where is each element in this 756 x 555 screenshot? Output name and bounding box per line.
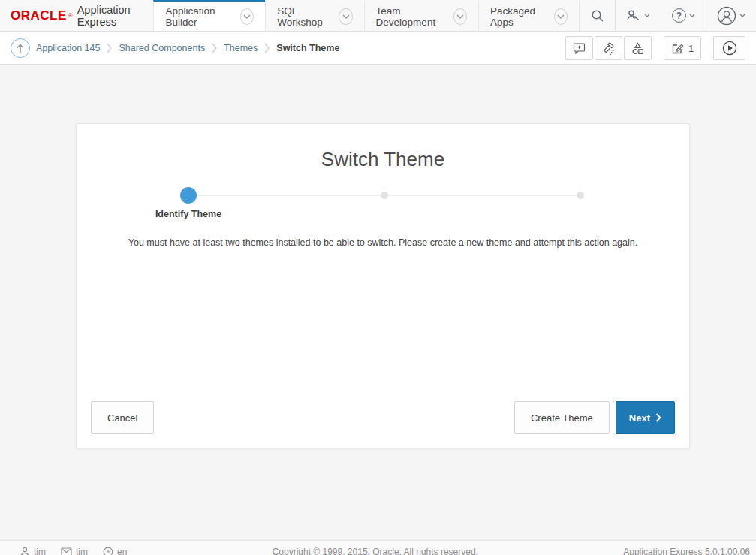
run-icon <box>722 41 737 56</box>
tab-team-development[interactable]: Team Development <box>364 0 478 31</box>
tab-label: SQL Workshop <box>277 5 332 28</box>
progress-step-2 <box>381 192 388 199</box>
main-nav-tabs: Application Builder SQL Workshop Team De… <box>153 0 580 31</box>
next-button-label: Next <box>629 412 650 424</box>
footer-workspace[interactable]: tim <box>61 547 88 555</box>
chevron-right-icon <box>264 43 270 53</box>
header-utility-icons: ? <box>580 0 756 31</box>
shared-components-button[interactable] <box>624 36 652 60</box>
chevron-down-icon <box>644 14 650 17</box>
administration-menu-button[interactable] <box>615 0 661 31</box>
chevron-right-icon <box>655 413 661 422</box>
spotlight-search-button[interactable] <box>595 36 622 60</box>
footer-user[interactable]: tim <box>20 547 46 555</box>
up-level-button[interactable] <box>11 38 30 58</box>
top-header: ORACLE ® Application Express Application… <box>0 0 756 32</box>
shared-components-icon <box>631 42 644 55</box>
add-comment-button[interactable] <box>565 36 593 60</box>
apex-version-text: Application Express 5.0.1.00.06 <box>623 547 750 555</box>
product-name: Application Express <box>77 4 154 28</box>
footer-language-code: en <box>117 547 127 555</box>
chevron-right-icon <box>107 43 112 53</box>
edit-icon <box>671 42 684 55</box>
search-icon <box>591 9 604 23</box>
breadcrumb-toolbar: 1 <box>565 36 748 60</box>
chevron-down-icon[interactable] <box>240 8 254 25</box>
oracle-logo: ORACLE ® Application Express <box>0 0 153 31</box>
breadcrumb-themes[interactable]: Themes <box>224 43 258 53</box>
chevron-right-icon <box>212 43 217 53</box>
administration-icon <box>626 9 641 22</box>
oracle-brand-text: ORACLE <box>11 8 67 23</box>
clock-icon <box>103 547 113 555</box>
tab-application-builder[interactable]: Application Builder <box>153 0 265 31</box>
switch-theme-wizard-card: Switch Theme Identify Theme You must hav… <box>76 123 690 448</box>
envelope-icon <box>61 547 72 555</box>
next-button[interactable]: Next <box>616 401 675 434</box>
footer-language[interactable]: en <box>103 547 127 555</box>
chevron-down-icon[interactable] <box>453 8 467 25</box>
footer-user-name: tim <box>34 547 46 555</box>
account-menu-button[interactable] <box>706 0 756 31</box>
create-theme-button[interactable]: Create Theme <box>514 401 610 434</box>
run-application-button[interactable] <box>713 36 745 60</box>
edit-page-button[interactable]: 1 <box>664 36 701 60</box>
chevron-down-icon <box>739 14 745 17</box>
wizard-message: You must have at least two themes instal… <box>99 237 667 248</box>
search-button[interactable] <box>580 0 615 31</box>
chevron-down-icon <box>689 14 695 17</box>
page-footer: tim tim en Copyright © 1999, 2015, Oracl… <box>0 540 756 555</box>
edit-page-number: 1 <box>688 43 694 54</box>
oracle-registered-mark: ® <box>68 12 73 19</box>
footer-left: tim tim en <box>20 547 127 555</box>
chevron-down-icon[interactable] <box>339 8 352 25</box>
breadcrumb-switch-theme: Switch Theme <box>276 43 339 53</box>
breadcrumb-application-145[interactable]: Application 145 <box>36 43 100 53</box>
breadcrumb-bar: Application 145 Shared Components Themes… <box>0 32 756 65</box>
current-step-label: Identify Theme <box>121 209 256 219</box>
tab-packaged-apps[interactable]: Packaged Apps <box>478 0 580 31</box>
user-icon <box>20 547 30 555</box>
comment-icon <box>573 42 586 54</box>
tab-sql-workshop[interactable]: SQL Workshop <box>265 0 363 31</box>
help-menu-button[interactable]: ? <box>661 0 706 31</box>
tab-label: Application Builder <box>165 5 233 28</box>
account-icon <box>717 6 736 26</box>
breadcrumb: Application 145 Shared Components Themes… <box>36 43 339 53</box>
progress-step-3 <box>577 192 584 199</box>
copyright-text: Copyright © 1999, 2015, Oracle. All righ… <box>127 547 623 555</box>
wizard-button-bar: Cancel Create Theme Next <box>91 401 675 434</box>
footer-workspace-name: tim <box>76 547 88 555</box>
spotlight-icon <box>602 42 615 55</box>
chevron-down-icon[interactable] <box>554 8 568 25</box>
tab-label: Team Development <box>376 5 447 28</box>
progress-step-1-active <box>180 187 197 204</box>
tab-label: Packaged Apps <box>490 5 547 28</box>
cancel-button[interactable]: Cancel <box>91 401 154 434</box>
breadcrumb-shared-components[interactable]: Shared Components <box>119 43 205 53</box>
help-icon: ? <box>672 8 686 23</box>
page-title: Switch Theme <box>77 148 689 171</box>
